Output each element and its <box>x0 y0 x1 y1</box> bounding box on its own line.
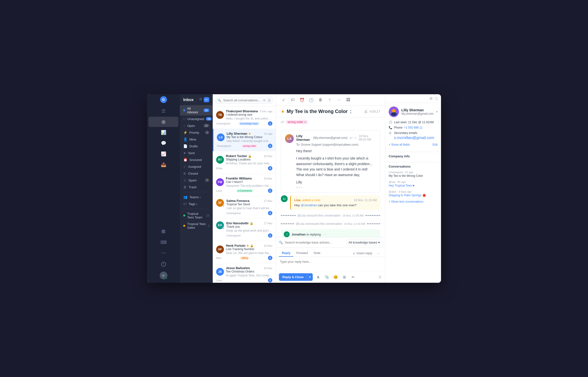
attach-button[interactable]: 📎 <box>323 274 330 281</box>
star-msg-icon[interactable]: ☆ <box>354 136 357 140</box>
emoji-button[interactable]: 😊 <box>332 274 339 281</box>
nav-item-assigned[interactable]: ✓ Assigned <box>180 163 213 170</box>
customer-header: Lilly Sherman lilly.sherman@gmail.com ▾ <box>389 106 438 117</box>
settings-icon[interactable]: ⚙ <box>199 97 202 102</box>
conversation-item[interactable]: JB Jesus Bañuelos 16 Nov Tee Christmas O… <box>213 263 276 283</box>
show-all-fields-link[interactable]: + Show all fields <box>389 141 410 148</box>
nav-label-spam: Spam <box>188 178 203 182</box>
conv-entry-title[interactable]: Shipping to Palm Springs <box>389 194 421 197</box>
reply-close-button[interactable]: Reply & Close <box>279 273 307 281</box>
nav-arrows[interactable]: ▲ ▼ <box>350 109 352 114</box>
conv-subject: Tee Christmas Orders <box>226 270 272 273</box>
nav-item-mine[interactable]: 👤 Mine <box>180 136 213 143</box>
conversation-item[interactable]: EH Elsi Hansdottir 🔒 17 Nov Thank you Ke… <box>213 218 276 241</box>
signature-button[interactable]: ✏ <box>350 274 357 281</box>
nav-count-spam: 7 <box>205 178 209 182</box>
print-icon[interactable]: 🖨 <box>364 109 368 114</box>
sidebar-item-downloads[interactable]: 📥 <box>148 160 178 170</box>
kb-dropdown-arrow: ▾ <box>378 241 380 244</box>
kb-search-input[interactable] <box>285 241 344 244</box>
sidebar-item-charts[interactable]: 〰 <box>150 248 176 259</box>
title-star-icon[interactable]: ★ <box>281 109 285 114</box>
discard-button[interactable]: 🗑 <box>378 275 382 279</box>
sidebar-item-help[interactable]: ? <box>150 259 176 269</box>
trash-icon: 🗑 <box>183 185 187 189</box>
customer-dropdown-arrow[interactable]: ▾ <box>436 110 438 114</box>
msg-body: Hey there! I recently bought a t-shirt f… <box>296 148 376 185</box>
conversation-item[interactable]: HF Henk Fortuin ★ 🔒 16 Nov Lost Tracking… <box>213 241 276 263</box>
nav-item-tags[interactable]: 🏷 Tags › <box>180 200 213 207</box>
delete-button[interactable]: 🗑 <box>317 96 324 104</box>
team-item-tropical-tees-sales[interactable]: Tropical Tees Sales 2 <box>180 221 213 231</box>
svg-point-1 <box>392 109 396 113</box>
compose-icon[interactable]: ✏ <box>204 97 209 102</box>
edit-link[interactable]: Edit <box>432 143 438 146</box>
reply-dropdown-button[interactable]: ▾ <box>307 273 313 281</box>
template-button[interactable]: ⊞ <box>341 274 348 281</box>
sidebar-item-keyboard[interactable]: ⌨ <box>150 237 176 247</box>
tag-button[interactable]: 🏷 <box>289 96 296 104</box>
msg-expand-dots[interactable] <box>296 187 376 188</box>
clock-button[interactable]: 🕐 <box>308 96 315 104</box>
more-button[interactable]: ··· <box>335 96 343 104</box>
kb-dropdown[interactable]: All knowledge bases ▾ <box>346 239 382 246</box>
tab-forward[interactable]: Forward <box>293 250 311 257</box>
nav-item-sent[interactable]: ➤ Sent <box>180 150 213 156</box>
tag-close-icon[interactable]: ✕ <box>304 121 306 123</box>
nav-item-spam[interactable]: ⚠ Spam 7 <box>180 177 213 184</box>
conv-id: #19117 <box>370 110 380 113</box>
snooze-button[interactable]: ⏰ <box>298 96 306 104</box>
insert-reply-button[interactable]: ↙ Insert reply <box>351 250 374 256</box>
user-avatar-container[interactable]: U <box>149 270 178 281</box>
tag-label: wrong order <box>288 120 303 124</box>
image-button[interactable]: 🖼 <box>345 96 352 104</box>
sidebar-item-conversations[interactable]: 💬 <box>148 138 178 148</box>
conv-subject: Can I return? <box>226 180 272 184</box>
sidebar-nav: ☰ ◎ 📊 💬 📈 📥 <box>147 105 180 224</box>
conv-avatar: HF <box>216 246 224 253</box>
conversation-item[interactable]: FW Franklin Williams 18 Nov Can I return… <box>213 174 276 196</box>
online-status-dot <box>166 277 168 279</box>
sidebar-item-table[interactable]: ▦ <box>150 226 176 236</box>
conversation-item[interactable]: RT Robert Tucker 🔒 18 Nov Shipping Locat… <box>213 151 276 174</box>
sidebar-item-reports[interactable]: 📊 <box>148 127 178 138</box>
conv-avatar: LS <box>217 133 225 141</box>
nav-item-all-inboxes[interactable]: All inboxes 25 <box>180 105 213 116</box>
panel-sliders-icon[interactable]: ⚙ <box>429 96 433 101</box>
conversation-item[interactable]: LS Lilly Sherman ★ 1h ago My Tee is the … <box>213 129 276 151</box>
tab-note[interactable]: Note <box>311 250 323 257</box>
more-options-button[interactable]: ··· <box>374 250 382 256</box>
sidebar-item-analytics[interactable]: 📈 <box>148 149 178 159</box>
show-less-link[interactable]: + Show less conversations <box>389 200 438 203</box>
font-button[interactable]: A <box>315 274 321 281</box>
filter-icon[interactable]: ☰ <box>268 98 271 102</box>
sidebar-item-menu[interactable]: ☰ <box>148 106 178 116</box>
nav-item-trash[interactable]: 🗑 Trash <box>180 184 213 190</box>
panel-expand-icon[interactable]: ⬡ <box>435 96 438 101</box>
sidebar-item-inbox[interactable]: ◎ <box>148 117 178 127</box>
merge-button[interactable]: ⑂ <box>326 96 333 104</box>
conversation-item[interactable]: TB Thakurjeet Bharwana 5 min. ago I orde… <box>213 106 276 129</box>
conv-entry-title[interactable]: Hey Tropical Tees <box>389 184 412 187</box>
nav-item-snoozed[interactable]: ⏰ Snoozed <box>180 156 213 163</box>
conv-sender-name: Jesus Bañuelos <box>226 266 250 270</box>
activity-text: @Lisa snoozed this conversation <box>298 214 340 217</box>
reply-textarea[interactable] <box>280 260 381 267</box>
nav-item-priority[interactable]: ⚡ Priority 1 <box>180 129 213 136</box>
reply-icon[interactable]: ↩ <box>350 136 353 140</box>
conversation-item[interactable]: SF Salma Fonseca 17 Nov Tropical Tee Sto… <box>213 196 276 218</box>
nav-item-unassigned[interactable]: □ Unassigned 18 <box>180 116 213 122</box>
check-button[interactable]: ✓ <box>280 96 287 104</box>
nav-item-open[interactable]: ○ Open 25 <box>180 122 213 129</box>
note-time: 19 Nov, 11:15 AM <box>354 199 377 202</box>
table-icon: ▦ <box>161 228 166 234</box>
conv-meta: Robert Tucker 🔒 18 Nov Shipping Location… <box>226 154 272 165</box>
tab-reply[interactable]: Reply <box>279 250 293 257</box>
refresh-icon[interactable]: ⟳ <box>263 98 266 102</box>
team-item-tropical-tees-team[interactable]: Tropical Tees Team 23 <box>180 211 213 221</box>
nav-item-teams[interactable]: 👥 Teams › <box>180 194 213 200</box>
msg-sender-name: Lilly Sherman <box>296 134 312 141</box>
conv-entry-title[interactable]: My Tee is the Wrong Color <box>389 174 438 177</box>
nav-item-drafts[interactable]: 📄 Drafts <box>180 143 213 150</box>
nav-item-closed[interactable]: ⊗ Closed <box>180 170 213 177</box>
